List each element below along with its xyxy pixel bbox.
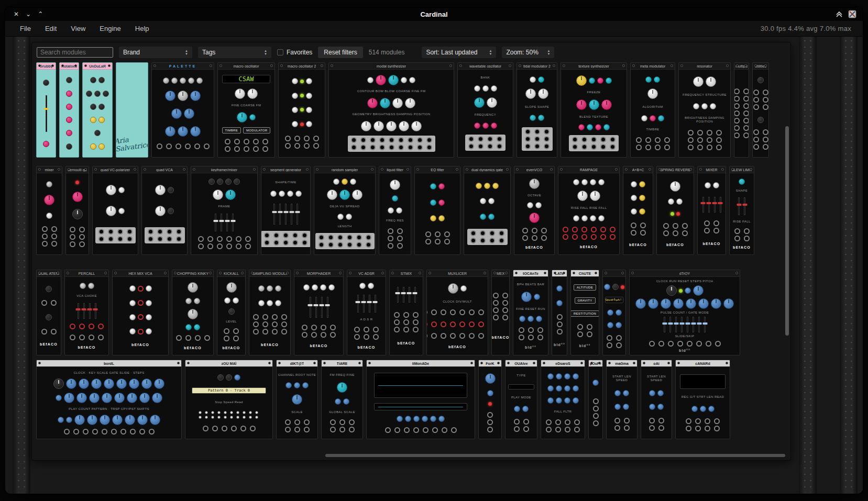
module-resonator[interactable]: resonatorFREQUENCY STRUCTUREBRIGHTNESS D… bbox=[678, 62, 731, 158]
module-bordl[interactable]: bordLCLOCK · KEY SCALE GATE SLIDE · STEP… bbox=[36, 360, 182, 439]
module-rotatoes[interactable]: Rotatoes bbox=[59, 62, 79, 158]
menu-edit[interactable]: Edit bbox=[45, 25, 57, 32]
jack bbox=[389, 144, 394, 150]
module-module[interactable]: Aria Salvatrice bbox=[116, 62, 148, 158]
module-eq-filter[interactable]: EQ filter bbox=[414, 166, 460, 255]
minimize-button[interactable]: ⌄ bbox=[26, 7, 31, 21]
module-module[interactable]: Havefun!! bbox=[602, 270, 626, 355]
module-magma[interactable]: maGmaSTART LEN SPEED bbox=[606, 360, 638, 439]
brand-dropdown[interactable]: Brand ▲▼ bbox=[119, 47, 192, 58]
module-tocante[interactable]: tOCAnTeBPH BEATS BARFINE RESET RUNbId°° bbox=[513, 270, 548, 355]
jack bbox=[339, 427, 345, 432]
module-bernoulli-gate[interactable]: bernoulli gate bbox=[65, 166, 89, 255]
module-macro-oscillator[interactable]: macro oscillatorCSAWFINE COARSE FMTIMBRE… bbox=[217, 62, 275, 158]
jack bbox=[397, 228, 403, 234]
module-grubby[interactable]: Grubby bbox=[36, 62, 56, 158]
module-dikt-t[interactable]: dIKT@TCHANNEL ROOT NOTESCALE bbox=[276, 360, 318, 439]
search-input[interactable] bbox=[37, 47, 113, 58]
module-utilities[interactable]: utilities bbox=[752, 62, 769, 158]
module-random-sampler[interactable]: random samplerDEJA VU SPREADLENGTH bbox=[314, 166, 376, 255]
tags-dropdown[interactable]: Tags ▲▼ bbox=[198, 47, 271, 58]
jack bbox=[244, 146, 249, 152]
module-oai[interactable]: oAiSTART LEN SPEED bbox=[641, 360, 672, 439]
knob bbox=[438, 183, 445, 190]
module-keyframer-mixer[interactable]: keyframer/mixerFRAME bbox=[191, 166, 258, 255]
fader-group bbox=[46, 95, 47, 132]
knob bbox=[292, 107, 298, 113]
module-a-b-c[interactable]: A+B+CbEfACO bbox=[623, 166, 653, 255]
horizontal-scrollbar[interactable] bbox=[325, 454, 785, 457]
module-late[interactable]: LATebId°° bbox=[552, 270, 567, 355]
jack bbox=[318, 242, 324, 248]
module-poupre[interactable]: pOuPre bbox=[588, 360, 603, 439]
module-evenvco[interactable]: evenVCOOCTAVEbEfACO bbox=[514, 166, 555, 255]
module-sampling-modulator[interactable]: SAMPLING MODULATORbEfACO bbox=[249, 270, 291, 355]
module-dual-dynamics-gate[interactable]: dual dynamics gate bbox=[464, 166, 511, 255]
module-macro-oscillator-2[interactable]: macro oscillator 2 bbox=[278, 62, 325, 158]
screw-icon bbox=[554, 272, 556, 274]
jack bbox=[388, 228, 393, 234]
panel-button[interactable]: RESTITUTION bbox=[571, 310, 599, 317]
module-mixer[interactable]: mixer bbox=[36, 166, 62, 255]
module-undular[interactable]: UnDuLaR bbox=[82, 62, 113, 158]
module-stmix[interactable]: STMIXbEfACO bbox=[389, 270, 423, 355]
module-edsaros[interactable]: eDsaroSFALL FLTR bbox=[541, 360, 585, 439]
module-tiare[interactable]: TiAREFM FREQ FINEGLOBAL SCALE bbox=[321, 360, 363, 439]
knob bbox=[226, 374, 232, 381]
module-percall[interactable]: PERCALLVCA CHOKEbEfACO bbox=[64, 270, 109, 355]
close-button[interactable]: ✕ bbox=[14, 7, 19, 21]
module-wavetable-oscillator[interactable]: wavetable oscillatorBANKFREQUENCY bbox=[457, 62, 513, 158]
module-quad-vc-polarizer[interactable]: quad VC-polarizer bbox=[92, 166, 138, 255]
module-quad-vca[interactable]: quad VCA bbox=[141, 166, 188, 255]
module-morphader[interactable]: MORPHADERbEfACO bbox=[294, 270, 344, 355]
module-canard[interactable]: cANARdREC G/T STRT LEN READ bbox=[675, 360, 730, 439]
module-mex[interactable]: MEXbEfACO bbox=[491, 270, 510, 355]
module-muxlicer[interactable]: MUXLICERCLOCK DIV/MULTbEfACO bbox=[426, 270, 488, 355]
panel-button[interactable]: TIMBRE bbox=[222, 127, 241, 133]
module-spring-reverb[interactable]: SPRING REVERBbEfACO bbox=[656, 166, 694, 255]
module-vc-adsr[interactable]: VC ADSRA D S RbEfACO bbox=[347, 270, 386, 355]
jack bbox=[176, 335, 182, 341]
module-chopping-kinky[interactable]: CHOPPING KINKYbEfACO bbox=[172, 270, 214, 355]
module-kickall[interactable]: KICKALLLEVELbEfACO bbox=[217, 270, 246, 355]
module-slew-limiter[interactable]: SLEW LIMITERSHAPERISE FALLbEfACO bbox=[729, 166, 754, 255]
module-segment-generator[interactable]: segment generatorSHAPE/TIME bbox=[261, 166, 311, 255]
module-limonade[interactable]: liMonADe bbox=[366, 360, 475, 439]
module-zo-ma[interactable]: zOÙ MAÏPattern 0 - Track 0Stop Speed Rea… bbox=[185, 360, 273, 439]
module-multiples[interactable]: multiples bbox=[734, 62, 749, 158]
knob-row bbox=[337, 214, 352, 220]
module-modal-synthesizer[interactable]: modal synthesizerCONTOUR BOW BLOW COARSE… bbox=[328, 62, 454, 158]
panel-button[interactable]: GRAVITY bbox=[575, 297, 596, 304]
knob-row bbox=[641, 115, 664, 121]
menu-file[interactable]: File bbox=[20, 25, 31, 32]
module-hex-mix-vca[interactable]: HEX MIX VCAbEfACO bbox=[112, 270, 169, 355]
module-tidal-modulator-2[interactable]: tidal modulator 2SLOPE SHAPE bbox=[517, 62, 557, 158]
module-dual-atenuverter[interactable]: DUAL ATENUVERTERbEfACO bbox=[36, 270, 61, 355]
vertical-scrollbar[interactable] bbox=[785, 126, 789, 336]
reset-filters-button[interactable]: Reset filters bbox=[318, 47, 362, 58]
favorites-checkbox[interactable] bbox=[277, 49, 283, 55]
maximize-button[interactable]: ⌃ bbox=[38, 7, 43, 21]
module-meta-modulator[interactable]: meta modulatorALGORITHMTIMBRE bbox=[630, 62, 675, 158]
knob bbox=[597, 77, 603, 84]
fader bbox=[403, 287, 404, 303]
shade-chevrons-icon[interactable] bbox=[835, 10, 843, 18]
module-palette[interactable]: PALETTE bbox=[151, 62, 214, 158]
panel-button[interactable]: ALTITUDE bbox=[574, 284, 596, 291]
module-chute[interactable]: ChUTEALTITUDEGRAVITYRESTITUTIONbId°° bbox=[570, 270, 599, 355]
module-mixer[interactable]: MIXERbEfACO bbox=[697, 166, 726, 255]
sort-dropdown[interactable]: Sort: Last updated ▲▼ bbox=[422, 47, 496, 58]
zoom-dropdown[interactable]: Zoom: 50% ▲▼ bbox=[502, 47, 554, 58]
module-fork[interactable]: ForK bbox=[478, 360, 502, 439]
menu-help[interactable]: Help bbox=[135, 25, 149, 32]
module-texture-synthesizer[interactable]: texture synthesizerFREEZEBLEND TEXTURE bbox=[561, 62, 627, 158]
menu-engine[interactable]: Engine bbox=[100, 25, 120, 32]
knob bbox=[438, 199, 445, 206]
panel-button[interactable]: MODULATOR bbox=[243, 127, 270, 133]
menu-view[interactable]: View bbox=[71, 25, 85, 32]
module-rampage[interactable]: RAMPAGERISE FALL RISE FALLbEfACO bbox=[558, 166, 620, 255]
module-dtroy[interactable]: dTrOYCLOCK RUN RESET STEPS PITCHPULSE CO… bbox=[629, 270, 740, 355]
module-liquid-filter[interactable]: liquid filterFREQ RES bbox=[379, 166, 411, 255]
module-ouaive[interactable]: OUAIveTYPEPLAY MODE bbox=[505, 360, 537, 439]
knob-row bbox=[188, 282, 198, 293]
